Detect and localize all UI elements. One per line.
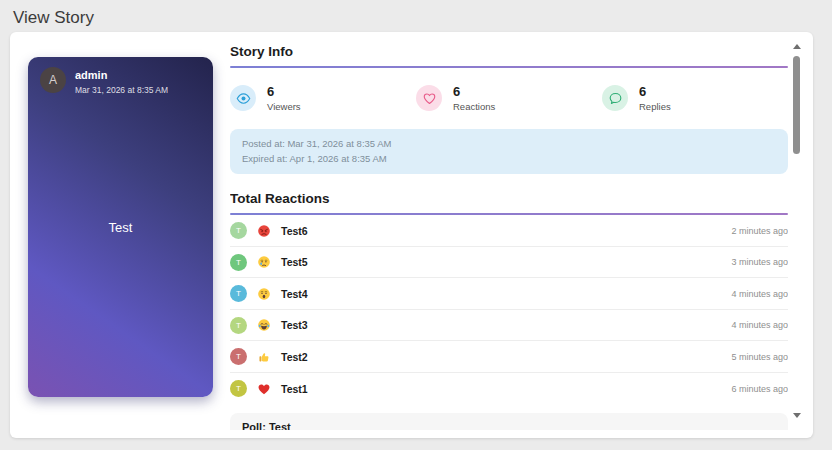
- reactions-list: T Test6 2 minutes ago T Test5 3 minutes …: [230, 215, 788, 404]
- reaction-row: T Test2 5 minutes ago: [230, 341, 788, 373]
- expired-at-text: Expired at: Apr 1, 2026 at 8:35 AM: [242, 152, 776, 167]
- section-divider: [230, 66, 788, 68]
- reaction-avatar: T: [230, 254, 247, 271]
- view-story-card: A admin Mar 31, 2026 at 8:35 AM Test Sto…: [10, 32, 813, 438]
- reaction-time: 4 minutes ago: [731, 320, 788, 330]
- stats-row: 6 Viewers 6 Reactions 6 Repl: [230, 85, 788, 112]
- reaction-row: T Test4 4 minutes ago: [230, 278, 788, 310]
- story-posted-date: Mar 31, 2026 at 8:35 AM: [75, 85, 168, 95]
- stat-reactions: 6 Reactions: [416, 85, 602, 112]
- reactions-count: 6: [453, 85, 495, 100]
- viewers-count: 6: [267, 85, 301, 100]
- scroll-up-arrow-icon[interactable]: [793, 44, 801, 49]
- reaction-avatar: T: [230, 222, 247, 239]
- reactions-label: Reactions: [453, 101, 495, 112]
- story-dates-info-box: Posted at: Mar 31, 2026 at 8:35 AM Expir…: [230, 129, 788, 174]
- reaction-avatar: T: [230, 285, 247, 302]
- chat-bubble-icon: [602, 85, 628, 111]
- eye-icon: [230, 85, 256, 111]
- viewers-label: Viewers: [267, 101, 301, 112]
- story-info-heading: Story Info: [230, 40, 788, 66]
- stat-viewers: 6 Viewers: [230, 85, 416, 112]
- reaction-user-name: Test2: [281, 351, 308, 363]
- reaction-avatar: T: [230, 317, 247, 334]
- reaction-row: T Test6 2 minutes ago: [230, 215, 788, 247]
- surprised-emoji-icon: [257, 287, 271, 301]
- scroll-down-arrow-icon[interactable]: [793, 413, 801, 418]
- laugh-emoji-icon: [257, 318, 271, 332]
- reaction-user-name: Test6: [281, 225, 308, 237]
- story-author: admin: [75, 67, 168, 82]
- replies-label: Replies: [639, 101, 671, 112]
- reaction-row: T Test3 4 minutes ago: [230, 310, 788, 342]
- total-reactions-heading: Total Reactions: [230, 187, 788, 213]
- cry-emoji-icon: [257, 255, 271, 269]
- reaction-avatar: T: [230, 348, 247, 365]
- story-info-panel: Story Info 6 Viewers 6 Reactions: [230, 40, 788, 430]
- avatar: A: [40, 67, 66, 93]
- reaction-time: 2 minutes ago: [731, 226, 788, 236]
- reaction-time: 5 minutes ago: [731, 352, 788, 362]
- stat-replies: 6 Replies: [602, 85, 788, 112]
- page-title: View Story: [13, 8, 94, 28]
- scrollbar-thumb[interactable]: [793, 56, 800, 154]
- story-caption: Test: [28, 220, 213, 235]
- reaction-user-name: Test1: [281, 383, 308, 395]
- reaction-user-name: Test3: [281, 319, 308, 331]
- posted-at-text: Posted at: Mar 31, 2026 at 8:35 AM: [242, 137, 776, 152]
- reaction-user-name: Test4: [281, 288, 308, 300]
- reaction-row: T Test5 3 minutes ago: [230, 247, 788, 279]
- scrollbar[interactable]: [792, 40, 802, 422]
- angry-emoji-icon: [257, 224, 271, 238]
- reaction-avatar: T: [230, 380, 247, 397]
- story-preview: A admin Mar 31, 2026 at 8:35 AM Test: [28, 57, 213, 397]
- reaction-user-name: Test5: [281, 256, 308, 268]
- reaction-time: 6 minutes ago: [731, 384, 788, 394]
- thumbs-up-emoji-icon: [257, 350, 271, 364]
- heart-emoji-icon: [257, 382, 271, 396]
- reaction-row: T Test1 6 minutes ago: [230, 373, 788, 405]
- poll-section-header[interactable]: Poll: Test: [230, 413, 788, 430]
- heart-outline-icon: [416, 85, 442, 111]
- story-header: A admin Mar 31, 2026 at 8:35 AM: [28, 57, 213, 105]
- replies-count: 6: [639, 85, 671, 100]
- reaction-time: 3 minutes ago: [731, 257, 788, 267]
- reaction-time: 4 minutes ago: [731, 289, 788, 299]
